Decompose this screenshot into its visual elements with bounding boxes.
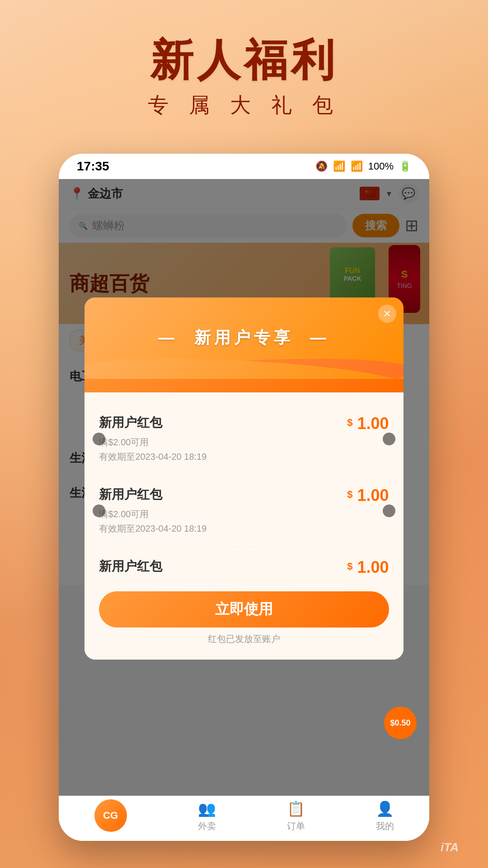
coupon-item-left-1: 新用户红包 满$2.00可用 有效期至2023-04-20 18:19 (99, 414, 347, 464)
coupon-item-left-2: 新用户红包 满$2.00可用 有效期至2023-04-20 18:19 (99, 486, 347, 536)
signal-icon: 📶 (351, 160, 363, 172)
nav-item-mine[interactable]: 👤 我的 (376, 800, 394, 832)
ita-watermark: iTA (441, 840, 459, 854)
nav-home-button[interactable]: CG (94, 799, 127, 832)
wifi-icon: 📶 (333, 160, 345, 172)
notch-right-2 (383, 505, 395, 517)
battery-icon: 🔋 (399, 160, 411, 172)
nav-home-icon-text: CG (103, 810, 118, 821)
nav-order-label: 订单 (287, 820, 305, 832)
notch-left-2 (93, 505, 105, 517)
amount-symbol-3: $ (347, 561, 352, 572)
cta-button[interactable]: 立即使用 (99, 591, 389, 627)
coupon-name-3: 新用户红包 (99, 558, 347, 575)
status-icons: 🔕 📶 📶 100% 🔋 (315, 160, 411, 172)
notch-right-1 (383, 433, 395, 445)
title-area: 新人福利 专 属 大 礼 包 (0, 36, 488, 119)
nav-item-waimai[interactable]: 👥 外卖 (198, 800, 216, 832)
main-title: 新人福利 (0, 36, 488, 84)
phone-mockup: 17:35 🔕 📶 📶 100% 🔋 📍 金边市 🇨🇳 ▾ (59, 154, 429, 841)
cta-hint: 红包已发放至账户 (99, 633, 389, 649)
notch-left-1 (93, 433, 105, 445)
status-bar: 17:35 🔕 📶 📶 100% 🔋 (59, 154, 429, 179)
nav-item-home[interactable]: CG (94, 799, 127, 834)
nav-item-order[interactable]: 📋 订单 (287, 800, 305, 832)
coupon-item-left-3: 新用户红包 (99, 558, 347, 575)
status-time: 17:35 (77, 159, 109, 174)
coupon-item-2: 新用户红包 满$2.00可用 有效期至2023-04-20 18:19 $ 1.… (99, 475, 389, 547)
coupon-amount-1: $ 1.00 (347, 414, 389, 433)
app-scroll-area: 📍 金边市 🇨🇳 ▾ 💬 🔍 螺蛳粉 搜索 ⊞ (59, 179, 429, 796)
ticket-label: — 新用户专享 — (158, 327, 330, 349)
nav-waimai-label: 外卖 (198, 820, 216, 832)
coupon-amount-2: $ 1.00 (347, 486, 389, 505)
amount-symbol-1: $ (347, 417, 352, 429)
coupon-amount-3: $ 1.00 (347, 558, 389, 577)
nav-mine-icon: 👤 (376, 800, 394, 817)
coupon-content: 新用户红包 满$2.00可用 有效期至2023-04-20 18:19 $ 1.… (84, 392, 403, 660)
price-badge: $0.50 (384, 707, 417, 739)
coupon-name-1: 新用户红包 (99, 414, 347, 431)
amount-symbol-2: $ (347, 489, 352, 500)
nav-mine-label: 我的 (376, 820, 394, 832)
price-badge-text: $0.50 (390, 718, 410, 728)
battery-text: 100% (368, 160, 394, 172)
nav-waimai-icon: 👥 (198, 800, 216, 817)
ticket-header: — 新用户专享 — (84, 297, 403, 392)
modal-overlay[interactable]: × — 新用户专享 — (59, 179, 429, 796)
nav-order-icon: 📋 (287, 800, 305, 817)
ticket-envelope: — 新用户专享 — (84, 297, 403, 379)
coupon-desc-1: 满$2.00可用 有效期至2023-04-20 18:19 (99, 435, 347, 464)
close-button[interactable]: × (378, 305, 396, 323)
coupon-name-2: 新用户红包 (99, 486, 347, 503)
coupon-item-1: 新用户红包 满$2.00可用 有效期至2023-04-20 18:19 $ 1.… (99, 403, 389, 475)
bottom-nav: CG 👥 外卖 📋 订单 👤 我的 (59, 796, 429, 841)
mute-icon: 🔕 (315, 160, 328, 172)
sub-title: 专 属 大 礼 包 (0, 91, 488, 119)
coupon-modal: × — 新用户专享 — (84, 297, 403, 660)
coupon-desc-2: 满$2.00可用 有效期至2023-04-20 18:19 (99, 507, 347, 536)
coupon-item-3: 新用户红包 $ 1.00 (99, 547, 389, 588)
